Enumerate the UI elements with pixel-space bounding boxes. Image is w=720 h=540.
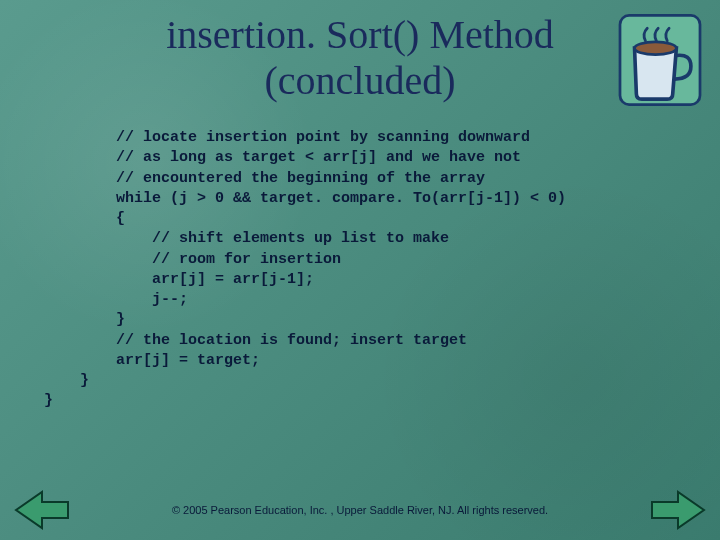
nav-next-button[interactable]: [648, 488, 708, 532]
svg-marker-2: [16, 492, 68, 528]
copyright-footer: © 2005 Pearson Education, Inc. , Upper S…: [0, 504, 720, 516]
code-listing: // locate insertion point by scanning do…: [44, 128, 660, 412]
coffee-cup-icon: [614, 10, 706, 110]
svg-marker-3: [652, 492, 704, 528]
title-line-1: insertion. Sort() Method: [166, 12, 554, 57]
svg-point-1: [635, 42, 677, 55]
nav-prev-button[interactable]: [12, 488, 72, 532]
title-line-2: (concluded): [264, 58, 455, 103]
slide-title: insertion. Sort() Method (concluded): [0, 0, 720, 104]
